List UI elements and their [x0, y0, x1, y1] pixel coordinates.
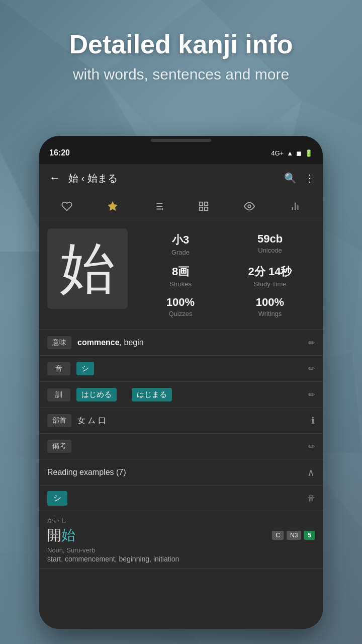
svg-point-27 [248, 205, 251, 208]
meaning-content: commence, begin [77, 338, 302, 347]
stat-study-time: 2分 14秒 Study Time [225, 260, 315, 292]
study-time-value: 2分 14秒 [227, 264, 313, 279]
grid-button[interactable] [193, 195, 215, 217]
chart-button[interactable] [284, 195, 306, 217]
meaning-row: 意味 commence, begin ✏ [39, 330, 323, 356]
meaning-edit-icon[interactable]: ✏ [308, 338, 315, 348]
svg-rect-23 [200, 202, 203, 205]
eye-button[interactable] [238, 195, 260, 217]
star-button[interactable] [102, 195, 124, 217]
badge-n3: N3 [287, 531, 301, 540]
word-badges: C N3 5 [272, 531, 315, 540]
signal-icon: ▲ [287, 149, 293, 157]
back-button[interactable]: ← [47, 170, 62, 187]
stat-unicode: 59cb Unicode [225, 228, 315, 260]
add-list-button[interactable] [147, 195, 169, 217]
word-item-kaishi[interactable]: かい し 開始 C N3 5 Noun, Suru-verb start, co… [39, 511, 323, 569]
stat-grade: 小3 Grade [136, 228, 225, 260]
main-content: 始 小3 Grade 59cb Unicode 8画 Strokes 2分 14… [39, 220, 323, 629]
status-bar: 16:20 4G+ ▲ ◼ 🔋 [39, 142, 323, 164]
writings-value: 100% [227, 296, 313, 309]
meaning-tag: 意味 [47, 336, 71, 349]
kun-tag: 訓 [47, 388, 70, 401]
word-kanji: 開始 [47, 526, 75, 545]
strokes-value: 8画 [138, 264, 223, 279]
bushu-tag: 部首 [47, 414, 71, 427]
on-reading-value[interactable]: シ [76, 362, 94, 375]
kanji-card: 始 小3 Grade 59cb Unicode 8画 Strokes 2分 14… [39, 220, 323, 330]
grade-label: Grade [138, 249, 223, 256]
svg-rect-24 [205, 202, 208, 205]
reading-examples-title: Reading examples (7) [47, 468, 126, 477]
promo-subtitle: with words, sentences and more [20, 66, 342, 83]
more-button[interactable]: ⋮ [305, 172, 315, 184]
kanji-character: 始 [47, 228, 128, 309]
quizzes-label: Quizzes [138, 310, 223, 317]
notes-tag: 備考 [47, 440, 71, 453]
reading-examples-header[interactable]: Reading examples (7) ∧ [39, 459, 323, 486]
word-type: Noun, Suru-verb [47, 546, 315, 554]
kanji-highlight: 始 [61, 527, 75, 543]
badge-c: C [272, 531, 284, 540]
grade-value: 小3 [138, 232, 223, 248]
battery-icon: 🔋 [305, 149, 313, 157]
section-chevron-icon: ∧ [307, 466, 315, 478]
network-icon: 4G+ [271, 149, 284, 157]
stat-writings: 100% Writings [225, 292, 315, 321]
unicode-label: Unicode [227, 247, 313, 254]
kanji-stats: 小3 Grade 59cb Unicode 8画 Strokes 2分 14秒 … [136, 228, 315, 321]
bushu-content: 女 ム 口 [77, 416, 305, 426]
reading-kana-shi[interactable]: シ [47, 491, 67, 506]
promo-title: Detailed kanji info [20, 30, 342, 59]
kun-reading-2[interactable]: はじまる [132, 388, 172, 401]
status-time: 16:20 [49, 148, 70, 157]
svg-rect-26 [205, 207, 208, 210]
on-reading-edit-icon[interactable]: ✏ [308, 364, 315, 373]
heart-button[interactable] [56, 195, 78, 217]
action-toolbar [39, 192, 323, 220]
on-reading-row: 音 シ ✏ [39, 356, 323, 382]
top-bar: ← 始 ‹ 始まる 🔍 ⋮ [39, 164, 323, 192]
svg-rect-25 [200, 207, 203, 210]
promo-header: Detailed kanji info with words, sentence… [0, 30, 362, 83]
badge-level: 5 [304, 531, 315, 540]
quizzes-value: 100% [138, 296, 223, 309]
unicode-value: 59cb [227, 232, 313, 246]
kun-reading-1[interactable]: はじめる [76, 388, 117, 401]
bushu-info-icon[interactable]: ℹ [311, 415, 315, 426]
reading-group-shi: シ 音 [39, 486, 323, 511]
on-tag: 音 [47, 362, 70, 375]
stat-strokes: 8画 Strokes [136, 260, 225, 292]
kun-reading-row: 訓 はじめる はじまる ✏ [39, 382, 323, 408]
top-bar-icons: 🔍 ⋮ [284, 172, 315, 184]
phone-frame: 16:20 4G+ ▲ ◼ 🔋 ← 始 ‹ 始まる 🔍 ⋮ [39, 136, 323, 629]
kun-reading-edit-icon[interactable]: ✏ [308, 390, 315, 399]
notes-row: 備考 ✏ [39, 434, 323, 459]
word-meaning: start, commencement, beginning, initiati… [47, 555, 315, 563]
notes-edit-icon[interactable]: ✏ [308, 442, 315, 451]
svg-marker-15 [108, 201, 117, 210]
study-time-label: Study Time [227, 280, 313, 288]
stat-quizzes: 100% Quizzes [136, 292, 225, 321]
writings-label: Writings [227, 310, 313, 317]
page-title: 始 ‹ 始まる [68, 172, 278, 185]
strokes-label: Strokes [138, 280, 223, 288]
word-furigana: かい し [47, 516, 315, 525]
search-button[interactable]: 🔍 [284, 172, 297, 184]
word-line: 開始 C N3 5 [47, 526, 315, 545]
wifi-icon: ◼ [296, 149, 302, 157]
reading-type-on: 音 [308, 494, 315, 503]
bushu-row: 部首 女 ム 口 ℹ [39, 408, 323, 434]
status-icons: 4G+ ▲ ◼ 🔋 [271, 149, 313, 157]
